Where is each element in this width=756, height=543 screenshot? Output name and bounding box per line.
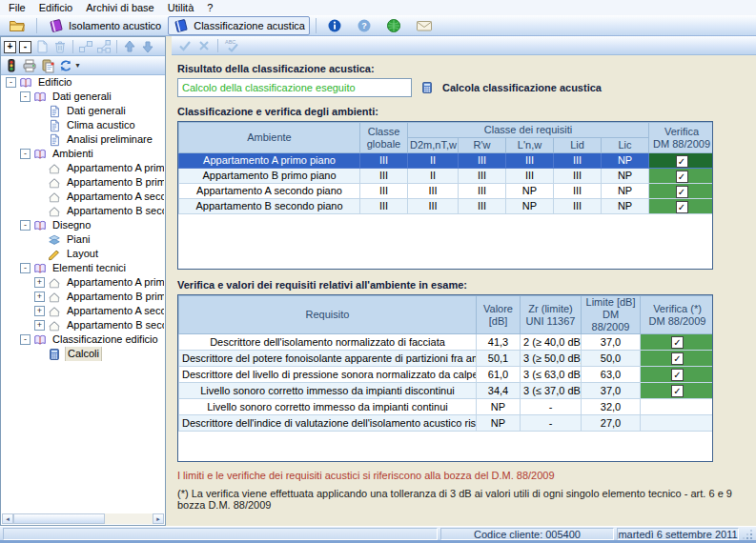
check-data-button[interactable] [4,58,19,73]
tree-item-label: Appartamento B primo piano [65,290,164,304]
tree-expander-icon[interactable]: + [34,306,45,316]
column-header-sub[interactable]: D2m,nT,w [408,138,459,153]
purple-book-icon [48,18,65,33]
result-field[interactable]: Calcolo della classificazione eseguito [177,78,412,97]
link-group-button [96,39,112,54]
column-header[interactable]: Requisito [179,296,477,334]
tree-expander-icon[interactable]: + [34,277,45,288]
cross-icon [196,38,212,53]
tree-item-edificio[interactable]: -Edificio [2,75,164,90]
book-icon [33,219,48,232]
column-header[interactable]: Valore [dB] [477,296,521,334]
table-row[interactable]: Descrittore dell'isolamento normalizzato… [179,334,714,351]
tree-item-appartamento-b-primo-piano[interactable]: Appartamento B primo piano [2,175,164,190]
column-header-verifica[interactable]: Verifica DM 88/2009 [649,123,713,153]
collapse-all-button[interactable]: - [19,40,31,53]
info-button[interactable] [322,16,347,35]
menu-item-archivi-di-base[interactable]: Archivi di base [79,1,161,14]
spellcheck-icon: ABC [224,38,239,53]
tree-expander-icon[interactable]: - [20,334,31,345]
tree-item-appartamento-b-secondo-piano[interactable]: Appartamento B secondo piano [2,204,164,218]
calcola-classificazione-label: Calcola classificazione acustica [442,82,602,93]
help-button[interactable]: ? [352,16,377,35]
tree-item-label: Classificazione edificio [51,332,160,347]
tree-item-appartamento-a-secondo-piano[interactable]: Appartamento A secondo piano [2,190,164,204]
scroll-left-button[interactable]: ◂ [2,513,13,524]
refresh-button[interactable]: ▼ [58,58,81,73]
tree-expander-icon[interactable]: - [6,77,16,88]
tree-expander-icon[interactable]: - [20,149,31,159]
tree-item-dati-generali[interactable]: Dati generali [2,104,164,118]
scrollbar-thumb[interactable] [13,513,105,524]
tolerance-note: (*) La verifica viene effettuata applica… [177,488,756,511]
table-row[interactable]: Appartamento A secondo pianoIIIIIIIIINPI… [179,184,714,199]
table-row[interactable]: Appartamento A primo pianoIIIIIIIIIIIIII… [179,153,714,169]
column-header-sub[interactable]: R'w [459,138,506,153]
chevron-down-icon[interactable]: ▼ [74,62,81,69]
page-icon [34,39,50,54]
tab-classificazione-acustica[interactable]: Classificazione acustica [168,16,310,35]
scroll-right-button[interactable]: ▸ [153,513,164,524]
expand-all-button[interactable]: + [4,40,16,53]
tree-toolbar-row2: ▼ [1,56,165,75]
table-row[interactable]: Descrittore dell'indice di valutazione d… [179,415,714,432]
tree-item-calcoli[interactable]: Calcoli [2,347,164,361]
menu-item-utilit[interactable]: Utilità [161,1,201,14]
column-header-ambiente[interactable]: Ambiente [179,123,360,153]
table-row[interactable]: Livello sonoro corretto immesso da impia… [179,383,714,399]
tree-item-clima-acustico[interactable]: Clima acustico [2,118,164,132]
tree-item-label: Analisi preliminare [65,132,154,147]
table-row[interactable]: Descrittore del livello di pressione son… [179,367,714,383]
tree-item-classificazione-edificio[interactable]: -Classificazione edificio [2,332,164,347]
calcola-classificazione-button[interactable]: Calcola classificazione acustica [420,81,602,94]
requisiti-section-label: Verifica e valori dei requisiti relativi… [177,279,756,291]
tree-item-ambienti[interactable]: -Ambienti [2,147,164,161]
tree-item-disegno[interactable]: -Disegno [2,218,164,232]
tree-expander-icon[interactable]: + [34,320,45,331]
tree-item-appartamento-a-primo-piano[interactable]: +Appartamento A primo piano [2,275,164,290]
tab-isolamento-acustico[interactable]: Isolamento acustico [43,16,166,35]
tree-item-appartamento-a-primo-piano[interactable]: Appartamento A primo piano [2,161,164,175]
mail-button[interactable] [411,16,438,35]
tree-expander-icon[interactable]: - [20,263,31,273]
tree-expander-icon[interactable]: + [34,292,45,302]
open-project-button[interactable] [4,16,31,35]
table-row[interactable]: Appartamento B primo pianoIIIIIIIIIIIIII… [179,169,714,184]
menu-item-file[interactable]: File [2,1,32,14]
tree-item-piani[interactable]: Piani [2,232,164,247]
table-row[interactable]: Livello sonoro corretto immesso da impia… [179,399,714,415]
table-row[interactable]: Appartamento B secondo pianoIIIIIIIIINPI… [179,199,714,214]
tree-item-layout[interactable]: Layout [2,247,164,261]
website-button[interactable] [381,16,406,35]
column-header[interactable]: Verifica (*) DM 88/2009 [641,296,714,334]
tree: -Edificio-Dati generaliDati generaliClim… [2,75,164,513]
tree-item-appartamento-b-primo-piano[interactable]: +Appartamento B primo piano [2,290,164,304]
column-header-sub[interactable]: Lid [554,138,602,153]
column-header-sub[interactable]: Lic [602,138,649,153]
tree-item-analisi-preliminare[interactable]: Analisi preliminare [2,132,164,147]
tree-expander-icon[interactable]: - [20,220,31,231]
column-header[interactable]: Limite [dB] DM 88/2009 [582,296,641,334]
checkbox-icon: ✓ [676,171,688,183]
tree-item-appartamento-b-secondo-piano[interactable]: +Appartamento B secondo piano [2,318,164,332]
new-item-button [34,39,50,54]
tree-item-elementi-tecnici[interactable]: -Elementi tecnici [2,261,164,275]
tree-item-appartamento-a-secondo-piano[interactable]: +Appartamento A secondo piano [2,304,164,318]
layout-icon [48,248,62,261]
column-header[interactable]: Zr (limite) UNI 11367 [521,296,582,334]
report-button[interactable] [40,58,55,73]
menu-item-edificio[interactable]: Edificio [32,1,79,14]
table-row[interactable]: Descrittore del potere fonoisolante appa… [179,351,714,367]
tree-expander-icon[interactable]: - [20,91,31,102]
menu-item-help[interactable]: ? [200,1,219,14]
tree-item-label: Clima acustico [65,118,137,132]
scrollbar-track[interactable] [13,513,153,524]
tree-item-dati-generali[interactable]: -Dati generali [2,90,164,104]
column-header-sub[interactable]: L'n,w [506,138,554,153]
tree-horizontal-scrollbar[interactable]: ◂ ▸ [2,513,164,524]
resize-grip[interactable] [742,528,753,540]
column-header-classe-globale[interactable]: Classe globale [360,123,408,153]
house-icon [48,305,62,318]
main-toolbar: Isolamento acusticoClassificazione acust… [0,15,756,36]
print-button[interactable] [22,58,37,73]
